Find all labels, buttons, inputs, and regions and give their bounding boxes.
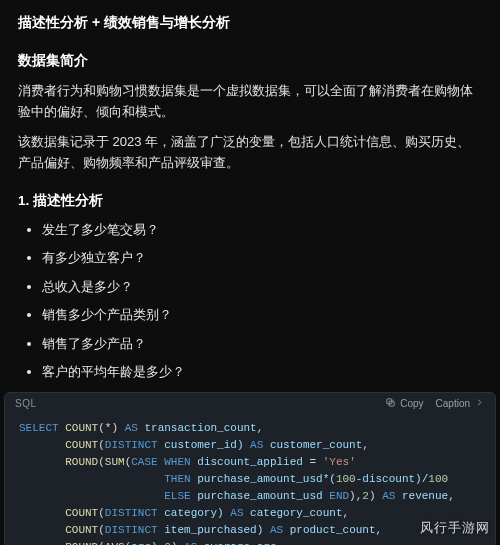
list-item: 发生了多少笔交易？ (42, 220, 482, 240)
code-block: SQL Copy Caption SELECT COUNT(*) AS tran… (4, 392, 496, 545)
copy-button[interactable]: Copy (385, 397, 423, 410)
intro-heading: 数据集简介 (18, 52, 482, 70)
questions-list: 发生了多少笔交易？ 有多少独立客户？ 总收入是多少？ 销售多少个产品类别？ 销售… (18, 220, 482, 382)
list-item: 销售了多少产品？ (42, 334, 482, 354)
list-item: 有多少独立客户？ (42, 248, 482, 268)
list-item: 总收入是多少？ (42, 277, 482, 297)
intro-paragraph-1: 消费者行为和购物习惯数据集是一个虚拟数据集，可以全面了解消费者在购物体验中的偏好… (18, 80, 482, 123)
caption-button[interactable]: Caption (436, 397, 485, 410)
caption-label: Caption (436, 398, 470, 409)
copy-label: Copy (400, 398, 423, 409)
page-title: 描述性分析 + 绩效销售与增长分析 (18, 14, 482, 32)
list-item: 客户的平均年龄是多少？ (42, 362, 482, 382)
sql-code[interactable]: SELECT COUNT(*) AS transaction_count, CO… (5, 414, 495, 545)
copy-icon (385, 397, 396, 410)
list-item: 销售多少个产品类别？ (42, 305, 482, 325)
intro-paragraph-2: 该数据集记录于 2023 年，涵盖了广泛的变量，包括人口统计信息、购买历史、产品… (18, 131, 482, 174)
chevron-right-icon (474, 397, 485, 410)
code-language-label: SQL (15, 398, 37, 409)
section-1-heading: 1. 描述性分析 (18, 192, 482, 210)
